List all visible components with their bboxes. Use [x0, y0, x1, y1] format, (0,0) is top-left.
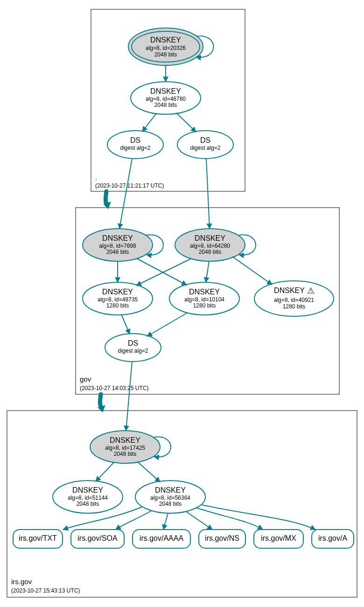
rr-mx: irs.gov/MX — [254, 530, 303, 548]
svg-text:DNSKEY: DNSKEY — [102, 288, 133, 296]
svg-text:alg=8, id=51144: alg=8, id=51144 — [68, 495, 108, 501]
svg-text:alg=8, id=10104: alg=8, id=10104 — [184, 296, 224, 303]
svg-text:1280 bits: 1280 bits — [193, 302, 216, 309]
svg-text:DNSKEY: DNSKEY — [150, 87, 181, 95]
rr-ns: irs.gov/NS — [199, 530, 245, 548]
edge-zsk2-aaaa — [163, 513, 168, 530]
edge-irsksk-zsk2 — [138, 462, 160, 482]
node-gov-zsk2: DNSKEY alg=8, id=10104 1280 bits — [169, 282, 239, 315]
node-gov-ksk1: DNSKEY alg=8, id=7698 2048 bits — [83, 229, 153, 261]
svg-text:2048 bits: 2048 bits — [199, 249, 222, 255]
svg-text:DNSKEY: DNSKEY — [150, 36, 181, 44]
edge-zsk2-ns — [186, 511, 212, 530]
svg-text:irs.gov/AAAA: irs.gov/AAAA — [140, 534, 184, 542]
node-root-ds2: DS digest alg=2 — [177, 131, 233, 159]
edge-govksk2-zsk3 — [232, 257, 272, 285]
node-irs-ksk: DNSKEY alg=8, id=17425 2048 bits — [90, 431, 160, 463]
svg-text:digest alg=2: digest alg=2 — [120, 145, 150, 151]
svg-text:irs.gov/A: irs.gov/A — [318, 534, 348, 542]
svg-text:1280 bits: 1280 bits — [283, 303, 306, 310]
edge-govds-irsksk — [126, 362, 132, 431]
zone-gov-ts: (2023-10-27 14:03:25 UTC) — [80, 385, 148, 391]
node-gov-zsk3: DNSKEY ⚠ alg=8, id=40921 1280 bits — [254, 281, 334, 316]
zone-irs-ts: (2023-10-27 15:43:13 UTC) — [11, 587, 80, 594]
rr-a: irs.gov/A — [312, 530, 354, 548]
rr-txt: irs.gov/TXT — [13, 530, 63, 548]
svg-text:2048 bits: 2048 bits — [114, 451, 137, 457]
svg-text:2048 bits: 2048 bits — [154, 102, 177, 108]
edge-root-zsk-to-ds2 — [176, 113, 196, 132]
warning-icon: ⚠ — [307, 286, 315, 295]
svg-text:DS: DS — [128, 339, 138, 347]
node-root-ksk: DNSKEY alg=8, id=20326 2048 bits — [128, 28, 203, 65]
svg-text:2048 bits: 2048 bits — [159, 501, 182, 507]
svg-text:DS: DS — [130, 136, 140, 144]
svg-text:alg=8, id=17425: alg=8, id=17425 — [105, 445, 145, 451]
svg-text:1280 bits: 1280 bits — [106, 302, 129, 309]
svg-text:irs.gov/SOA: irs.gov/SOA — [77, 534, 118, 542]
svg-text:alg=8, id=20326: alg=8, id=20326 — [146, 45, 186, 51]
node-irs-zsk1: DNSKEY alg=8, id=51144 2048 bits — [53, 481, 123, 513]
svg-text:digest alg=2: digest alg=2 — [118, 348, 148, 354]
svg-text:DNSKEY: DNSKEY — [102, 234, 133, 242]
edge-govzsk2-ds — [147, 313, 188, 336]
node-gov-ds: DS digest alg=2 — [105, 334, 161, 362]
edge-root-zsk-to-ds1 — [142, 113, 156, 132]
edge-ds2-to-gov-ksk2 — [206, 159, 210, 229]
rr-aaaa: irs.gov/AAAA — [133, 530, 190, 548]
svg-text:DNSKEY: DNSKEY — [155, 486, 186, 494]
svg-text:alg=8, id=49735: alg=8, id=49735 — [98, 296, 138, 303]
edge-govksk2-zsk2 — [206, 261, 209, 282]
svg-text:digest alg=2: digest alg=2 — [190, 145, 220, 151]
edge-govzsk1-ds — [121, 314, 130, 334]
node-gov-zsk1: DNSKEY alg=8, id=49735 1280 bits — [83, 282, 153, 315]
node-root-ds1: DS digest alg=2 — [107, 131, 163, 159]
rr-soa: irs.gov/SOA — [71, 530, 124, 548]
delegation-gov-to-irs — [100, 394, 102, 409]
svg-text:2048 bits: 2048 bits — [106, 249, 129, 255]
svg-text:irs.gov/MX: irs.gov/MX — [261, 534, 296, 542]
edge-zsk2-mx — [196, 508, 263, 530]
zone-root-ts: (2023-10-27 11:21:17 UTC) — [95, 182, 164, 189]
svg-text:DNSKEY: DNSKEY — [110, 436, 140, 444]
svg-text:alg=8, id=46780: alg=8, id=46780 — [146, 96, 186, 102]
zone-irs-name: irs.gov — [11, 578, 32, 586]
edge-govksk1-zsk2 — [137, 258, 187, 285]
svg-text:alg=8, id=64280: alg=8, id=64280 — [190, 243, 230, 249]
svg-text:DNSKEY: DNSKEY — [195, 234, 225, 242]
edge-zsk2-a — [202, 505, 315, 530]
node-irs-zsk2: DNSKEY alg=8, id=56364 2048 bits — [135, 481, 205, 513]
svg-text:DNSKEY: DNSKEY — [189, 288, 220, 296]
node-root-zsk: DNSKEY alg=8, id=46780 2048 bits — [131, 82, 201, 114]
edge-irsksk-zsk1 — [96, 462, 114, 481]
svg-text:irs.gov/TXT: irs.gov/TXT — [19, 534, 57, 542]
svg-text:alg=8, id=56364: alg=8, id=56364 — [150, 495, 190, 501]
zone-gov-name: gov — [80, 375, 91, 383]
svg-text:alg=8, id=7698: alg=8, id=7698 — [99, 243, 136, 249]
svg-text:irs.gov/NS: irs.gov/NS — [205, 534, 239, 542]
svg-text:alg=8, id=40921: alg=8, id=40921 — [274, 297, 314, 303]
edge-ds1-to-gov-ksk1 — [119, 159, 132, 229]
svg-text:2048 bits: 2048 bits — [77, 501, 99, 507]
svg-text:2048 bits: 2048 bits — [154, 51, 177, 58]
svg-text:DNSKEY: DNSKEY — [274, 286, 305, 294]
zone-root-name: . — [95, 173, 97, 181]
svg-text:DS: DS — [200, 136, 210, 144]
node-gov-ksk2: DNSKEY alg=8, id=64280 2048 bits — [175, 229, 245, 261]
svg-text:DNSKEY: DNSKEY — [72, 486, 103, 494]
edge-zsk2-soa — [116, 510, 152, 530]
